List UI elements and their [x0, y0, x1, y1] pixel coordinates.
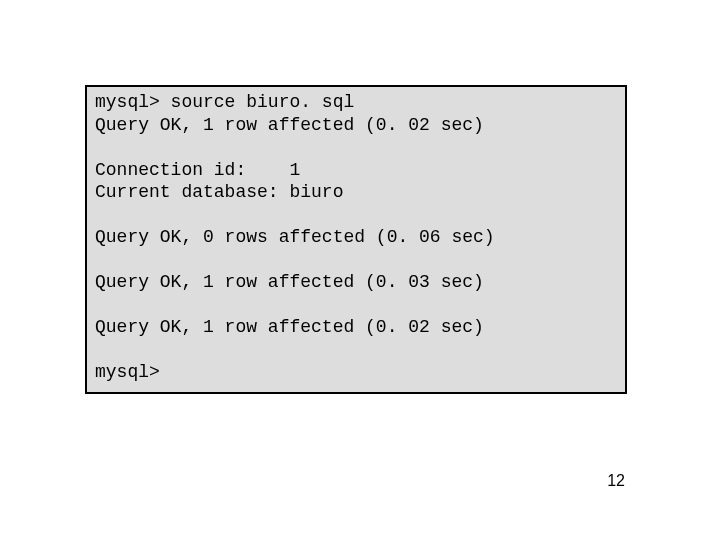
terminal-line: mysql> source biuro. sql: [95, 91, 617, 114]
terminal-line: Current database: biuro: [95, 181, 617, 204]
terminal-line: Query OK, 1 row affected (0. 03 sec): [95, 271, 617, 294]
terminal-line: Connection id: 1: [95, 159, 617, 182]
terminal-line: [95, 204, 617, 227]
terminal-line: mysql>: [95, 361, 617, 384]
terminal-line: [95, 136, 617, 159]
terminal-line: Query OK, 1 row affected (0. 02 sec): [95, 114, 617, 137]
terminal-line: [95, 339, 617, 362]
terminal-line: [95, 294, 617, 317]
terminal-line: Query OK, 1 row affected (0. 02 sec): [95, 316, 617, 339]
terminal-line: [95, 249, 617, 272]
page-number: 12: [607, 472, 625, 490]
terminal-output-box: mysql> source biuro. sql Query OK, 1 row…: [85, 85, 627, 394]
terminal-line: Query OK, 0 rows affected (0. 06 sec): [95, 226, 617, 249]
